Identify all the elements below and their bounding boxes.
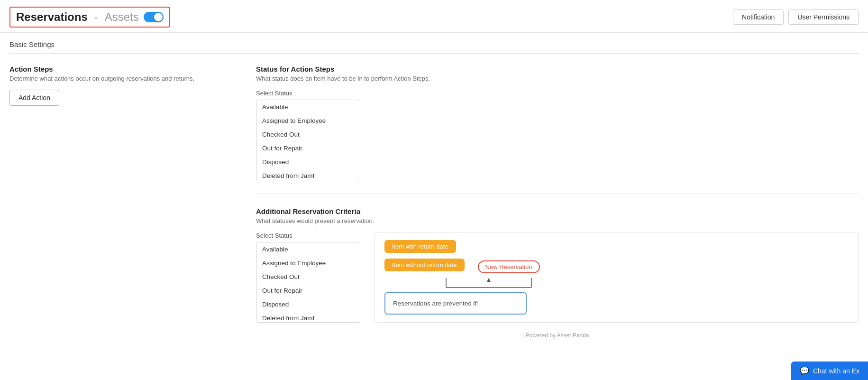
list-item[interactable]: Disposed [256,155,360,169]
additional-criteria-section: Additional Reservation Criteria What sta… [256,207,859,323]
powered-by: Powered by Asset Panda [256,332,859,343]
title-reservations: Reservations [16,10,88,24]
prevention-text: Reservations are prevented if: [393,300,478,307]
section-divider [256,194,859,194]
svg-marker-3 [487,278,491,282]
list-item[interactable]: Available [256,100,360,114]
action-steps-desc: Determine what actions occur on outgoing… [9,75,237,82]
item-without-return-tag: Item without return date [384,259,465,271]
connector-svg [441,277,584,288]
reservations-toggle[interactable] [144,12,164,22]
title-assets: Assets [105,10,139,24]
add-action-button[interactable]: Add Action [9,90,59,106]
status-action-steps-title: Status for Action Steps [256,65,859,73]
diagram-area: Item with return date Item without retur… [375,232,859,323]
status-select-list-2[interactable]: Available Assigned to Employee Checked O… [256,242,360,323]
chat-label: Chat with an Ex [813,367,859,375]
basic-settings-label: Basic Settings [0,33,868,53]
item-with-return-tag: Item with return date [384,240,456,253]
title-dash: - [94,10,98,24]
user-permissions-button[interactable]: User Permissions [788,9,859,25]
list-item[interactable]: Out for Repair [256,141,360,155]
status-action-steps-desc: What status does an item have to be in t… [256,75,859,82]
action-steps-title: Action Steps [9,65,237,73]
list-item[interactable]: Available [256,242,360,256]
status-select-list-1[interactable]: Available Assigned to Employee Checked O… [256,100,360,180]
item-without-return-row: Item without return date New Reservation [384,259,849,274]
chat-button[interactable]: 💬 Chat with an Ex [791,361,868,380]
select-status-label-1: Select Status [256,90,859,97]
list-item[interactable]: Checked Out [256,270,360,284]
list-item[interactable]: Assigned to Employee [256,256,360,270]
additional-criteria-title: Additional Reservation Criteria [256,207,859,215]
header-actions: Notification User Permissions [733,9,859,25]
criteria-area: Select Status Available Assigned to Empl… [256,232,859,323]
main-content: Action Steps Determine what actions occu… [0,54,868,343]
list-item[interactable]: Checked Out [256,128,360,141]
new-reservation-badge: New Reservation [478,260,540,273]
select-status-label-2: Select Status [256,232,360,239]
additional-criteria-desc: What statuses would prevent a reservatio… [256,217,859,224]
list-item[interactable]: Assigned to Employee [256,114,360,128]
status-action-steps-panel: Status for Action Steps What status does… [256,65,859,343]
page-header: Reservations - Assets Notification User … [0,0,868,33]
criteria-list-wrapper: Select Status Available Assigned to Empl… [256,232,360,323]
list-item[interactable]: Out for Repair [256,284,360,297]
list-item[interactable]: Deleted from Jamf [256,311,360,323]
list-item[interactable]: Deleted from Jamf [256,169,360,180]
prevention-box: Reservations are prevented if: [384,292,527,315]
title-container: Reservations - Assets [9,7,170,28]
chat-icon: 💬 [800,366,809,375]
list-item[interactable]: Disposed [256,297,360,311]
notification-button[interactable]: Notification [733,9,784,25]
action-steps-panel: Action Steps Determine what actions occu… [9,65,237,343]
item-with-return-row: Item with return date [384,240,849,256]
